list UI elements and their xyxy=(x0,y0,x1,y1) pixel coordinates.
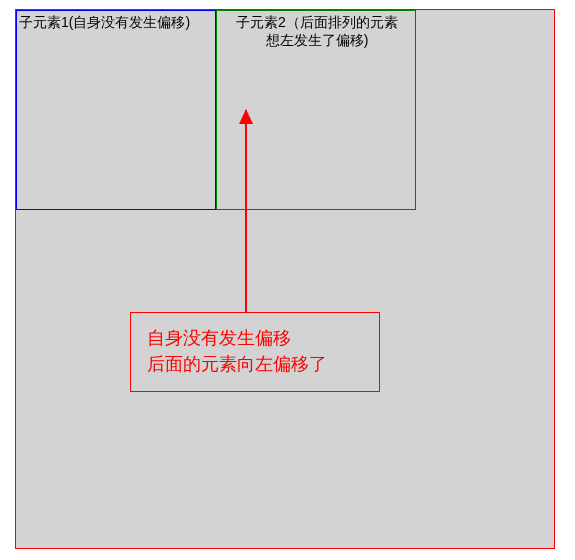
callout-box: 自身没有发生偏移 后面的元素向左偏移了 xyxy=(130,312,380,392)
child-element-2-label-line2: 想左发生了偏移) xyxy=(266,32,369,48)
child-element-2-label: 子元素2（后面排列的元素 想左发生了偏移) xyxy=(219,13,415,49)
callout-line1: 自身没有发生偏移 xyxy=(147,328,291,348)
callout-arrow-line xyxy=(245,110,247,312)
canvas: 子元素2（后面排列的元素 想左发生了偏移) 子元素1(自身没有发生偏移) 自身没… xyxy=(0,0,575,560)
callout-line2: 后面的元素向左偏移了 xyxy=(147,354,327,374)
child-element-2-label-line1: 子元素2（后面排列的元素 xyxy=(236,14,398,30)
child-element-1: 子元素1(自身没有发生偏移) xyxy=(16,10,216,210)
callout-arrow-head-icon xyxy=(239,109,253,124)
outer-container: 子元素2（后面排列的元素 想左发生了偏移) 子元素1(自身没有发生偏移) 自身没… xyxy=(15,9,555,549)
child-element-1-label: 子元素1(自身没有发生偏移) xyxy=(19,13,190,31)
